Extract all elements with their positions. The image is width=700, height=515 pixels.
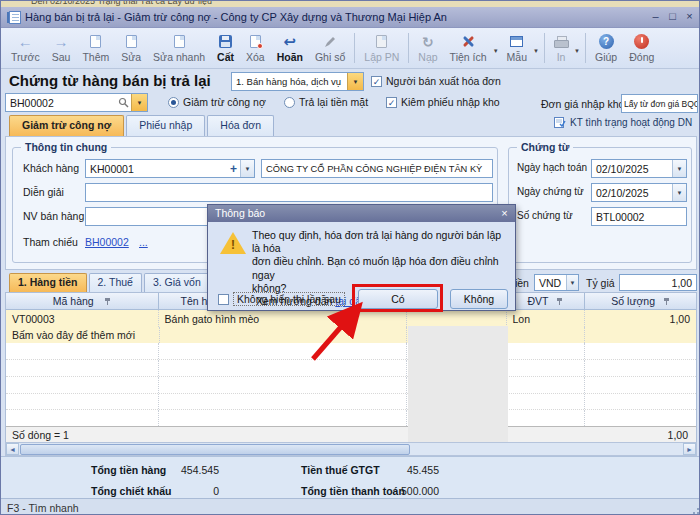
search-icon[interactable] xyxy=(118,97,129,108)
kt-status-button[interactable]: KT tình trạng hoạt động DN xyxy=(554,117,692,128)
grid-tab-gia-von[interactable]: 3. Giá vốn xyxy=(144,273,210,292)
arrow-left-icon: ← xyxy=(18,33,33,50)
toolbar-separator xyxy=(408,33,409,63)
table-empty-row[interactable] xyxy=(6,394,696,410)
rate-field[interactable]: 1,00 xyxy=(619,274,697,291)
close-icon[interactable]: × xyxy=(682,10,697,24)
cell-so-luong[interactable]: 1,00 xyxy=(585,310,696,327)
posting-date-combo[interactable]: 02/10/2025 ▼ xyxy=(591,159,687,178)
toolbar-button-lap-pn[interactable]: Lập PN xyxy=(358,29,405,67)
horizontal-scrollbar[interactable]: ◄ ► xyxy=(5,442,697,456)
column-header-dvt[interactable]: ĐVT xyxy=(507,293,586,310)
toolbar-button-xoa[interactable]: Xóa xyxy=(240,29,271,67)
window-title: Hàng bán bị trả lại - Giảm trừ công nợ -… xyxy=(25,11,447,23)
add-new-row-hint[interactable]: Bấm vào đây để thêm mới xyxy=(6,327,159,343)
toolbar-button-truoc[interactable]: ←Trước xyxy=(5,29,46,67)
toolbar-button-tien-ich[interactable]: Tiện ích▼ xyxy=(444,29,501,67)
grid-tab-thue[interactable]: 2. Thuế xyxy=(89,273,142,292)
seller-invoice-checkbox[interactable]: ✓ Người bán xuất hóa đơn xyxy=(371,75,501,87)
voucher-date-label: Ngày chứng từ xyxy=(517,186,584,197)
maximize-icon[interactable]: □ xyxy=(665,10,680,24)
cell-hidden[interactable] xyxy=(407,310,507,327)
window-icon xyxy=(7,11,21,24)
template-icon xyxy=(510,36,523,47)
undo-icon: ↩ xyxy=(284,33,297,50)
currency-combo[interactable]: VND ▼ xyxy=(534,274,579,291)
radio-unselected-icon xyxy=(284,97,295,108)
scroll-left-icon[interactable]: ◄ xyxy=(6,443,19,455)
reference-link[interactable]: BH00002 xyxy=(85,236,129,248)
new-document-icon xyxy=(90,35,101,48)
toolbar-button-cat[interactable]: Cất xyxy=(211,29,240,67)
chevron-down-icon[interactable]: ▼ xyxy=(131,94,147,111)
chevron-down-icon[interactable]: ▼ xyxy=(240,160,254,177)
description-label: Diễn giải xyxy=(23,186,64,198)
chevron-down-icon[interactable]: ▼ xyxy=(672,160,686,177)
radio-cash-refund[interactable]: Trả lại tiền mặt xyxy=(284,96,368,108)
scroll-right-icon[interactable]: ► xyxy=(683,443,696,455)
voucher-no-field[interactable]: BTL00002 xyxy=(591,207,687,226)
close-icon[interactable]: × xyxy=(498,207,511,219)
cell-ma-hang[interactable]: VT00003 xyxy=(6,310,159,327)
tab-phieu-nhap[interactable]: Phiếu nhập xyxy=(126,115,205,136)
voucher-number-combo[interactable]: BH00002 ▼ xyxy=(5,93,148,112)
pin-icon[interactable] xyxy=(104,297,111,306)
resize-grip[interactable] xyxy=(690,505,699,514)
toolbar-button-mau[interactable]: Mẫu▼ xyxy=(501,29,541,67)
reference-more-link[interactable]: ... xyxy=(139,236,148,248)
toolbar-button-sua[interactable]: Sửa xyxy=(115,29,147,67)
table-empty-row[interactable] xyxy=(6,377,696,394)
column-header-so-luong[interactable]: Số lượng xyxy=(585,293,696,310)
pin-icon[interactable] xyxy=(556,297,563,306)
refresh-icon: ↻ xyxy=(422,33,434,50)
save-icon xyxy=(219,35,232,48)
tab-hoa-don[interactable]: Hóa đơn xyxy=(207,115,274,136)
cell-dvt[interactable]: Lon xyxy=(507,310,586,327)
pin-icon[interactable] xyxy=(663,297,670,306)
toolbar-button-hoan[interactable]: ↩Hoãn xyxy=(271,29,309,67)
toolbar-button-sua-nhanh[interactable]: Sửa nhanh xyxy=(147,29,211,67)
chevron-down-icon: ▼ xyxy=(533,48,539,54)
customer-label: Khách hàng xyxy=(23,162,79,174)
rate-label: Tỷ giá xyxy=(586,277,615,289)
add-icon[interactable]: + xyxy=(227,162,240,176)
toolbar-button-giup[interactable]: ?Giúp xyxy=(589,29,623,67)
toolbar-separator xyxy=(585,33,586,63)
toolbar-button-in[interactable]: In▼ xyxy=(548,29,582,67)
description-field[interactable] xyxy=(85,183,493,202)
minimize-icon[interactable]: – xyxy=(648,10,663,24)
titlebar: Hàng bán bị trả lại - Giảm trừ công nợ -… xyxy=(1,7,700,28)
tab-giam-tru-cong-no[interactable]: Giảm trừ công nợ xyxy=(9,115,124,136)
toolbar-separator xyxy=(354,33,355,63)
stock-in-checkbox[interactable]: ✓ Kiêm phiếu nhập kho xyxy=(386,96,500,108)
no-button[interactable]: Không xyxy=(450,289,508,309)
chevron-down-icon: ▼ xyxy=(493,48,499,54)
grid-tab-hang-tien[interactable]: 1. Hàng tiền xyxy=(9,273,87,292)
quick-edit-icon xyxy=(174,35,185,48)
group-title: Thông tin chung xyxy=(21,141,111,153)
status-text: F3 - Tìm nhanh xyxy=(7,502,79,514)
toolbar-button-sau[interactable]: →Sau xyxy=(46,29,77,67)
table-empty-row[interactable] xyxy=(6,410,696,426)
toolbar-button-them[interactable]: Thêm xyxy=(76,29,115,67)
customer-name-field[interactable]: CÔNG TY CỔ PHẦN CÔNG NGHIỆP ĐIỆN TÂN KỲ xyxy=(261,159,493,178)
chevron-down-icon[interactable]: ▼ xyxy=(347,73,363,90)
unit-price-combo[interactable]: Lấy từ đơn giá BQCK ▼ xyxy=(621,94,698,113)
radio-debt-reduction[interactable]: Giảm trừ công nợ xyxy=(168,96,266,108)
voucher-type-combo[interactable]: 1. Bán hàng hóa, dịch vụ ▼ xyxy=(231,72,364,91)
row-count: Số dòng = 1 xyxy=(6,429,69,441)
printer-icon xyxy=(554,36,568,48)
voucher-date-combo[interactable]: 02/10/2025 ▼ xyxy=(591,183,687,202)
scrollbar-thumb[interactable] xyxy=(20,444,410,455)
toolbar-button-dong[interactable]: Đóng xyxy=(623,29,660,67)
chevron-down-icon[interactable]: ▼ xyxy=(566,275,578,290)
group-title: Chứng từ xyxy=(517,141,573,153)
toolbar-button-ghi-so[interactable]: Ghi sổ xyxy=(309,29,351,67)
unit-price-label: Đơn giá nhập kho xyxy=(541,98,624,110)
toolbar-button-nap[interactable]: ↻Nạp xyxy=(412,29,443,67)
grand-total-value: 500.000 xyxy=(349,485,439,497)
chevron-down-icon[interactable]: ▼ xyxy=(672,184,686,201)
column-header-ma-hang[interactable]: Mã hàng xyxy=(6,293,159,310)
status-bar: F3 - Tìm nhanh xyxy=(1,498,700,515)
customer-code-combo[interactable]: KH00001 + ▼ xyxy=(85,159,255,178)
